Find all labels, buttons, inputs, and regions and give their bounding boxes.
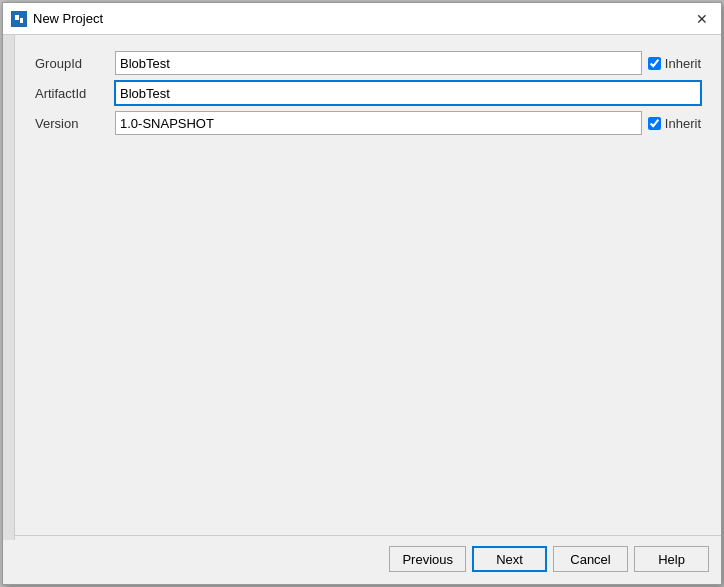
left-sidebar (3, 35, 15, 540)
group-id-row: GroupId Inherit (35, 51, 701, 75)
dialog-title: New Project (33, 11, 103, 26)
dialog-body: GroupId Inherit ArtifactId Version (3, 35, 721, 535)
version-row: Version Inherit (35, 111, 701, 135)
version-inherit-wrapper: Inherit (648, 116, 701, 131)
group-id-inherit-checkbox[interactable] (648, 57, 661, 70)
group-id-inherit-label: Inherit (665, 56, 701, 71)
version-inherit-checkbox[interactable] (648, 117, 661, 130)
artifact-id-label: ArtifactId (35, 86, 115, 101)
button-bar: Previous Next Cancel Help (3, 535, 721, 584)
title-bar: New Project ✕ (3, 3, 721, 35)
group-id-input[interactable] (115, 51, 642, 75)
cancel-button[interactable]: Cancel (553, 546, 628, 572)
version-inherit-label: Inherit (665, 116, 701, 131)
spacer (35, 141, 701, 525)
form-area: GroupId Inherit ArtifactId Version (35, 51, 701, 141)
group-id-inherit-wrapper: Inherit (648, 56, 701, 71)
new-project-dialog: New Project ✕ GroupId Inherit Artifac (2, 2, 722, 585)
previous-button[interactable]: Previous (389, 546, 466, 572)
help-button[interactable]: Help (634, 546, 709, 572)
title-bar-left: New Project (11, 11, 103, 27)
artifact-id-row: ArtifactId (35, 81, 701, 105)
next-button[interactable]: Next (472, 546, 547, 572)
svg-rect-1 (15, 15, 19, 20)
main-content: GroupId Inherit ArtifactId Version (35, 51, 701, 525)
dialog-icon (11, 11, 27, 27)
group-id-label: GroupId (35, 56, 115, 71)
version-input[interactable] (115, 111, 642, 135)
artifact-id-input[interactable] (115, 81, 701, 105)
version-label: Version (35, 116, 115, 131)
close-button[interactable]: ✕ (691, 8, 713, 30)
svg-rect-2 (20, 18, 23, 23)
